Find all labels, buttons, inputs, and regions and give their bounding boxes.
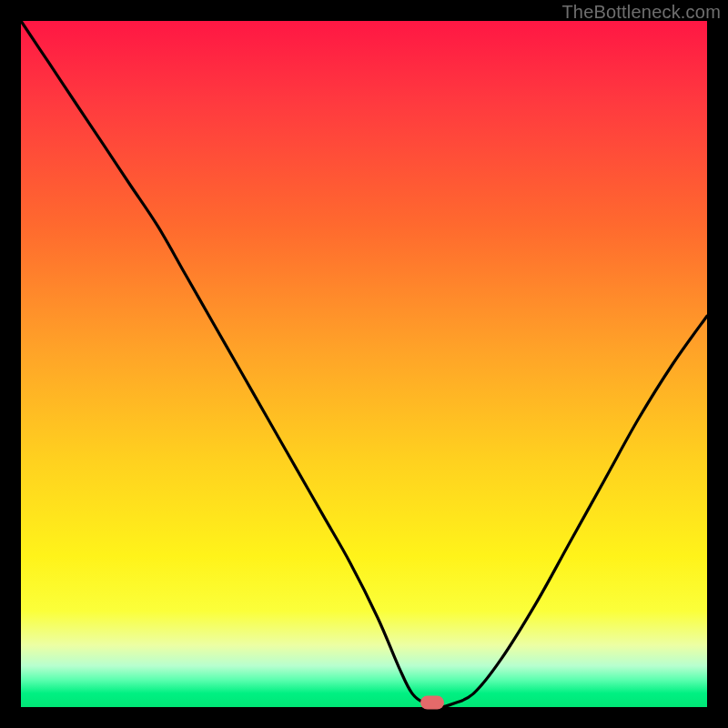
- plot-area: [21, 21, 707, 707]
- bottleneck-curve: [21, 21, 707, 707]
- chart-frame: TheBottleneck.com: [0, 0, 728, 728]
- watermark-text: TheBottleneck.com: [561, 2, 721, 23]
- optimum-marker: [420, 695, 444, 709]
